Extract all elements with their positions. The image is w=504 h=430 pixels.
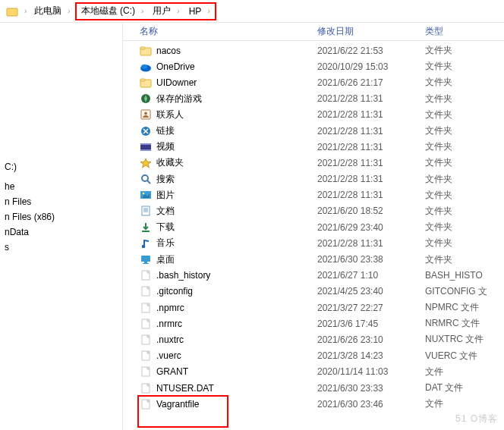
file-name: OneDrive (156, 61, 195, 72)
file-name: 保存的游戏 (156, 93, 202, 105)
sidebar-item[interactable]: n Files (0, 194, 122, 209)
chevron-right-icon[interactable]: › (138, 7, 146, 15)
svg-rect-29 (143, 263, 149, 264)
table-row[interactable]: 链接2021/2/28 11:31文件夹 (123, 123, 504, 139)
file-date: 2021/6/22 21:53 (317, 46, 425, 56)
table-row[interactable]: 联系人2021/2/28 11:31文件夹 (123, 107, 504, 123)
table-row[interactable]: nacos2021/6/22 21:53文件夹 (123, 42, 504, 58)
table-row[interactable]: .nuxtrc2021/6/26 23:10NUXTRC 文件 (123, 331, 504, 347)
svg-rect-13 (140, 143, 151, 145)
onedrive-icon (140, 61, 152, 73)
table-row[interactable]: .gitconfig2021/4/25 23:40GITCONFIG 文 (123, 284, 504, 300)
sidebar-item[interactable]: n Files (x86) (0, 209, 122, 224)
column-name[interactable]: 名称 (123, 25, 317, 38)
file-date: 2021/2/28 11:31 (317, 190, 425, 200)
chevron-right-icon[interactable]: › (174, 7, 182, 15)
file-date: 2021/6/30 23:33 (317, 383, 425, 394)
table-row[interactable]: 音乐2021/2/28 11:31文件夹 (123, 235, 504, 251)
breadcrumb-label: 用户 (150, 5, 174, 17)
table-row[interactable]: 视频2021/2/28 11:31文件夹 (123, 139, 504, 155)
file-type: NPMRC 文件 (425, 301, 504, 314)
file-name: Vagrantfile (156, 399, 199, 410)
documents-icon (140, 205, 152, 217)
file-name: .nuxtrc (156, 334, 184, 345)
table-row[interactable]: 下载2021/6/29 23:40文件夹 (123, 219, 504, 235)
table-row[interactable]: 收藏夹2021/2/28 11:31文件夹 (123, 155, 504, 171)
svg-rect-14 (140, 149, 151, 151)
table-row[interactable]: 桌面2021/6/30 23:38文件夹 (123, 251, 504, 267)
videos-icon (140, 141, 152, 153)
file-date: 2021/6/20 18:52 (317, 206, 425, 216)
file-type: 文件 (425, 397, 504, 410)
file-date: 2021/3/27 22:27 (317, 303, 425, 313)
file-name: .nrmrc (156, 319, 182, 329)
table-row[interactable]: GRANT2020/11/14 11:03文件 (123, 364, 504, 380)
breadcrumb-label: HP (186, 6, 205, 17)
file-type: BASH_HISTO (425, 270, 504, 281)
breadcrumb-item[interactable]: 本地磁盘 (C:) › (77, 3, 149, 20)
file-type: 文件夹 (425, 189, 504, 202)
sidebar-item[interactable]: s (0, 240, 122, 255)
file-name: 联系人 (156, 108, 184, 121)
chevron-right-icon[interactable]: › (21, 7, 30, 15)
table-row[interactable]: 搜索2021/2/28 11:31文件夹 (123, 171, 504, 187)
file-type: 文件夹 (425, 44, 504, 57)
column-date[interactable]: 修改日期 (317, 25, 425, 38)
sidebar-item[interactable]: C:) (0, 159, 122, 174)
file-type: 文件夹 (425, 76, 504, 89)
breadcrumb-item[interactable]: 此电脑 › (30, 3, 74, 20)
table-row[interactable]: Vagrantfile2021/6/30 23:46文件 (123, 396, 504, 412)
file-type: 文件 (425, 366, 504, 378)
table-row[interactable]: 保存的游戏2021/2/28 11:31文件夹 (123, 91, 504, 107)
file-name: 桌面 (156, 253, 175, 266)
file-icon (140, 366, 152, 378)
svg-point-10 (144, 112, 147, 115)
chevron-right-icon[interactable]: › (204, 7, 213, 15)
games-icon (140, 93, 152, 105)
file-date: 2021/2/28 11:31 (317, 109, 425, 120)
pictures-icon (140, 189, 152, 201)
file-date: 2020/11/14 11:03 (317, 366, 425, 377)
table-row[interactable]: .bash_history2021/6/27 1:10BASH_HISTO (123, 268, 504, 284)
file-date: 2021/2/28 11:31 (317, 126, 425, 137)
file-icon (140, 285, 152, 297)
columns-header: 名称 修改日期 类型 (123, 23, 504, 41)
breadcrumb-item[interactable]: HP › (184, 3, 215, 20)
breadcrumb[interactable]: › 此电脑 › 本地磁盘 (C:) › 用户 › HP › (0, 0, 504, 23)
table-row[interactable]: .npmrc2021/3/27 22:27NPMRC 文件 (123, 300, 504, 315)
sidebar-item[interactable]: nData (0, 224, 122, 240)
table-row[interactable]: 图片2021/2/28 11:31文件夹 (123, 187, 504, 203)
table-row[interactable]: 文档2021/6/20 18:52文件夹 (123, 203, 504, 219)
table-row[interactable]: .vuerc2021/3/28 14:23VUERC 文件 (123, 348, 504, 364)
svg-line-17 (147, 180, 150, 184)
file-name: 文档 (156, 205, 175, 218)
svg-point-26 (142, 245, 146, 249)
links-icon (140, 125, 152, 137)
table-row[interactable]: .nrmrc2021/3/6 17:45NRMRC 文件 (123, 315, 504, 331)
file-name: nacos (156, 46, 181, 56)
file-type: 文件夹 (425, 60, 504, 73)
svg-point-16 (142, 175, 148, 181)
table-row[interactable]: UIDowner2021/6/26 21:17文件夹 (123, 74, 504, 90)
file-icon (140, 398, 152, 410)
downloads-icon (140, 221, 152, 234)
breadcrumb-item[interactable]: 用户 › (148, 3, 184, 20)
rows-container: nacos2021/6/22 21:53文件夹OneDrive2020/10/2… (123, 41, 504, 412)
file-name: GRANT (156, 366, 188, 377)
table-row[interactable]: NTUSER.DAT2021/6/30 23:33DAT 文件 (123, 380, 504, 396)
file-name: 图片 (156, 189, 175, 202)
desktop-icon (140, 253, 152, 265)
music-icon (140, 237, 152, 250)
table-row[interactable]: OneDrive2020/10/29 15:03文件夹 (123, 58, 504, 74)
svg-rect-6 (140, 79, 145, 81)
file-type: NUXTRC 文件 (425, 333, 504, 346)
chevron-right-icon[interactable]: › (65, 7, 73, 15)
column-type[interactable]: 类型 (425, 25, 504, 38)
file-type: 文件夹 (425, 253, 504, 266)
sidebar-item[interactable]: he (0, 179, 122, 194)
search-icon (140, 173, 152, 185)
file-date: 2021/6/30 23:46 (317, 399, 425, 410)
file-list: 名称 修改日期 类型 nacos2021/6/22 21:53文件夹OneDri… (123, 23, 504, 430)
file-icon (140, 382, 152, 394)
file-icon (140, 350, 152, 362)
